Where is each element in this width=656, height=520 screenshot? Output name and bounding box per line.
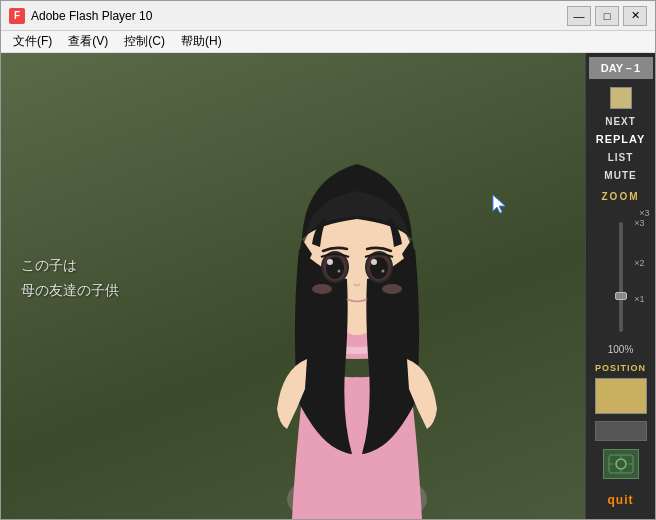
replay-button[interactable]: REPLAY [591, 131, 651, 147]
right-panel: DAY－1 NEXT REPLAY LIST MUTE ZOOM ×3 ×3 [585, 53, 655, 519]
menu-control[interactable]: 控制(C) [116, 31, 173, 52]
menu-bar: 文件(F) 查看(V) 控制(C) 帮助(H) [1, 31, 655, 53]
list-button[interactable]: LIST [591, 149, 651, 165]
day-label: DAY－1 [589, 57, 653, 79]
zoom-x3-label: ×3 [639, 208, 649, 218]
title-controls: — □ ✕ [567, 6, 647, 26]
maximize-button[interactable]: □ [595, 6, 619, 26]
close-button[interactable]: ✕ [623, 6, 647, 26]
menu-file[interactable]: 文件(F) [5, 31, 60, 52]
title-left: F Adobe Flash Player 10 [9, 8, 152, 24]
zoom-x2-tick: ×2 [634, 258, 644, 268]
menu-view[interactable]: 查看(V) [60, 31, 116, 52]
title-bar: F Adobe Flash Player 10 — □ ✕ [1, 1, 655, 31]
svg-point-11 [338, 270, 341, 273]
window-title: Adobe Flash Player 10 [31, 9, 152, 23]
nav-icon[interactable] [603, 449, 639, 479]
app-icon: F [9, 8, 25, 24]
zoom-label: ZOOM [591, 191, 651, 202]
subtitle-line1: この子は [21, 253, 119, 278]
svg-point-14 [382, 284, 402, 294]
zoom-slider-area: ×3 ×3 ×2 ×1 [601, 208, 641, 336]
zoom-x1-tick: ×1 [634, 294, 644, 304]
zoom-percent: 100% [591, 344, 651, 355]
color-swatch[interactable] [610, 87, 632, 109]
quit-button[interactable]: quit [608, 493, 634, 507]
position-bottom[interactable] [595, 421, 647, 441]
position-preview[interactable] [595, 378, 647, 414]
svg-point-13 [312, 284, 332, 294]
character-area [197, 79, 517, 519]
next-button[interactable]: NEXT [591, 113, 651, 129]
position-label: POSITION [591, 363, 651, 373]
zoom-x3-row: ×3 [592, 208, 650, 218]
subtitle-line2: 母の友達の子供 [21, 278, 119, 303]
svg-point-16 [616, 459, 626, 469]
minimize-button[interactable]: — [567, 6, 591, 26]
mute-button[interactable]: MUTE [591, 167, 651, 183]
app-window: F Adobe Flash Player 10 — □ ✕ 文件(F) 查看(V… [0, 0, 656, 520]
zoom-thumb[interactable] [615, 292, 627, 300]
content-area: この子は 母の友達の子供 DAY－1 NEXT REPLAY LIST MUTE… [1, 53, 655, 519]
zoom-x3-tick: ×3 [634, 218, 644, 228]
svg-point-9 [327, 259, 333, 265]
subtitle-text: この子は 母の友達の子供 [21, 253, 119, 303]
svg-point-10 [371, 259, 377, 265]
menu-help[interactable]: 帮助(H) [173, 31, 230, 52]
main-canvas[interactable]: この子は 母の友達の子供 [1, 53, 585, 519]
svg-point-12 [382, 270, 385, 273]
zoom-track[interactable]: ×3 ×2 ×1 [619, 222, 623, 332]
